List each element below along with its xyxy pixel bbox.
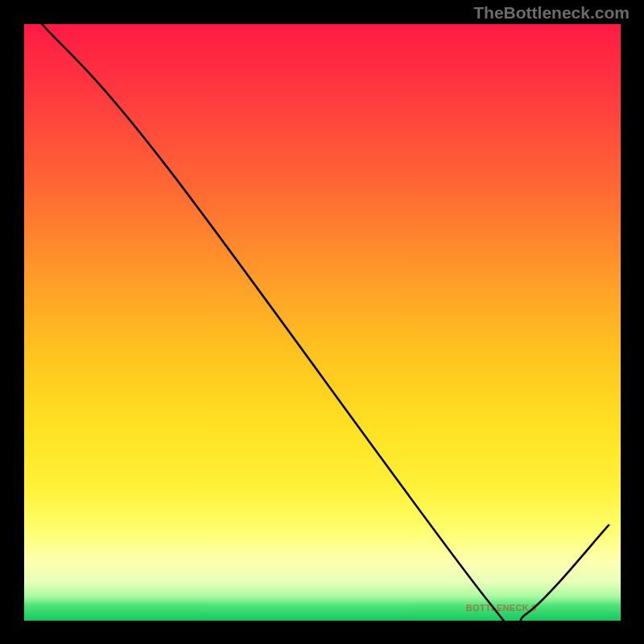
chart-curve (24, 24, 621, 621)
watermark-text: TheBottleneck.com (473, 3, 630, 23)
bottleneck-label: BOTTLENECK 0 (466, 603, 537, 613)
chart-area: BOTTLENECK 0 (24, 24, 621, 621)
